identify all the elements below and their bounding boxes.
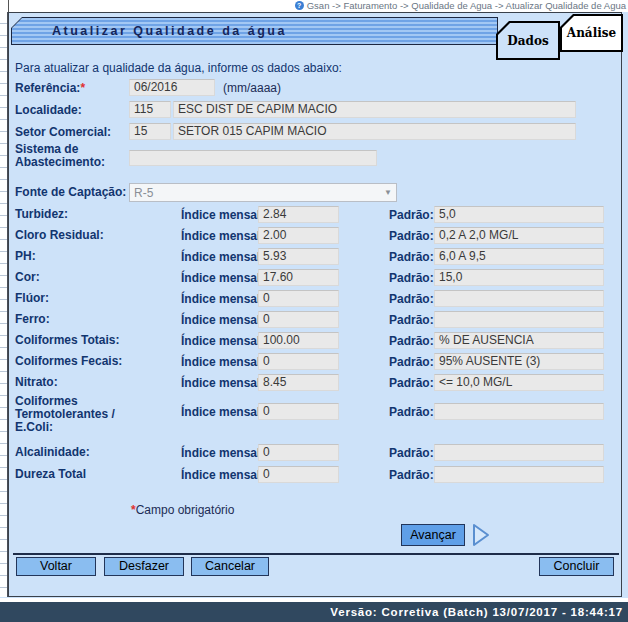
index-value-field: 5.93 [258, 248, 339, 265]
required-field-note: *Campo obrigatório [131, 503, 234, 517]
title-bar-stripes: Atualizar Qualidade da água [12, 18, 497, 44]
parameter-row: PH: Índice mensal: 5.93 Padrão: 6,0 A 9,… [9, 248, 621, 269]
parameter-label: Cloro Residual: [15, 229, 177, 242]
sector-code-input: 15 [129, 123, 171, 140]
standard-value-field: 15,0 [434, 269, 604, 286]
standard-label: Padrão: [389, 405, 434, 419]
finish-button[interactable]: Concluir [539, 557, 614, 576]
index-label: Índice mensal: [181, 334, 264, 348]
capture-source-label: Fonte de Captação: [15, 185, 126, 199]
main-window: Atualizar Qualidade da água Análise Dado… [8, 12, 622, 597]
required-asterisk: * [80, 81, 85, 95]
cancel-button[interactable]: Cancelar [191, 557, 269, 576]
sector-label: Setor Comercial: [15, 125, 111, 139]
locality-name-field: ESC DIST DE CAPIM MACIO [173, 101, 576, 118]
parameter-row: Alcalinidade: Índice mensal: 0 Padrão: [9, 444, 621, 465]
standard-value-field [434, 444, 604, 461]
index-value-field: 0 [258, 290, 339, 307]
standard-value-field: % DE AUSENCIA [434, 332, 604, 349]
help-icon[interactable]: ? [295, 1, 304, 10]
index-label: Índice mensal: [181, 468, 264, 482]
frame-corner-line [8, 0, 9, 12]
parameter-label: Coliformes Termotolerantes / E.Coli: [15, 395, 145, 434]
capture-source-value: R-5 [134, 186, 153, 200]
reference-format-hint: (mm/aaaa) [223, 81, 281, 95]
back-button[interactable]: Voltar [16, 557, 96, 576]
index-value-field: 0 [258, 444, 339, 461]
standard-value-field [434, 403, 604, 420]
button-divider [13, 553, 619, 555]
parameter-label: Turbidez: [15, 208, 177, 221]
index-value-field: 0 [258, 403, 339, 420]
parameter-label: Coliformes Fecais: [15, 355, 177, 368]
advance-arrow-icon[interactable] [471, 523, 491, 547]
standard-value-field [434, 466, 604, 483]
parameter-row: Cloro Residual: Índice mensal: 2.00 Padr… [9, 227, 621, 248]
version-footer: Versão: Corretiva (Batch) 13/07/2017 - 1… [0, 602, 628, 622]
locality-label: Localidade: [15, 103, 82, 117]
index-label: Índice mensal: [181, 208, 264, 222]
standard-label: Padrão: [389, 313, 434, 327]
standard-label: Padrão: [389, 376, 434, 390]
standard-value-field: <= 10,0 MG/L [434, 374, 604, 391]
parameter-row: Coliformes Termotolerantes / E.Coli: Índ… [9, 403, 621, 424]
standard-value-field: 6,0 A 9,5 [434, 248, 604, 265]
parameter-label: Cor: [15, 271, 177, 284]
index-label: Índice mensal: [181, 292, 264, 306]
page-title: Atualizar Qualidade da água [12, 24, 287, 38]
index-label: Índice mensal: [181, 229, 264, 243]
parameter-row: Nitrato: Índice mensal: 8.45 Padrão: <= … [9, 374, 621, 395]
locality-code-input: 115 [129, 101, 171, 118]
index-label: Índice mensal: [181, 271, 264, 285]
index-label: Índice mensal: [181, 313, 264, 327]
parameter-row: Cor: Índice mensal: 17.60 Padrão: 15,0 [9, 269, 621, 290]
reference-label: Referência:* [15, 81, 85, 95]
index-label: Índice mensal: [181, 376, 264, 390]
tab-dados-label: Dados [498, 23, 558, 58]
standard-label: Padrão: [389, 208, 434, 222]
index-value-field: 17.60 [258, 269, 339, 286]
index-value-field: 0 [258, 311, 339, 328]
sector-name-field: SETOR 015 CAPIM MACIO [173, 123, 576, 140]
tab-dados[interactable]: Dados [496, 21, 560, 60]
standard-value-field: 0,2 A 2,0 MG/L [434, 227, 604, 244]
index-value-field: 2.84 [258, 206, 339, 223]
index-value-field: 100.00 [258, 332, 339, 349]
standard-value-field: 95% AUSENTE (3) [434, 353, 604, 370]
parameter-label: Flúor: [15, 292, 177, 305]
index-value-field: 8.45 [258, 374, 339, 391]
standard-label: Padrão: [389, 271, 434, 285]
parameter-row: Ferro: Índice mensal: 0 Padrão: [9, 311, 621, 332]
index-value-field: 2.00 [258, 227, 339, 244]
reference-input: 06/2016 [129, 79, 215, 96]
parameter-row: Coliformes Fecais: Índice mensal: 0 Padr… [9, 353, 621, 374]
supply-system-label: Sistema de Abastecimento: [15, 143, 127, 169]
supply-system-field [129, 150, 377, 166]
form-instruction: Para atualizar a qualidade da água, info… [15, 61, 342, 75]
parameter-row: Turbidez: Índice mensal: 2.84 Padrão: 5,… [9, 206, 621, 227]
standard-label: Padrão: [389, 229, 434, 243]
index-label: Índice mensal: [181, 405, 264, 419]
parameter-label: Ferro: [15, 313, 177, 326]
parameter-row: Flúor: Índice mensal: 0 Padrão: [9, 290, 621, 311]
tab-analise-label: Análise [562, 16, 621, 50]
standard-value-field [434, 290, 604, 307]
parameter-label: Alcalinidade: [15, 446, 177, 459]
parameter-row: Coliformes Totais: Índice mensal: 100.00… [9, 332, 621, 353]
index-label: Índice mensal: [181, 446, 264, 460]
parameter-label: Coliformes Totais: [15, 334, 177, 347]
chevron-down-icon: ▼ [384, 188, 392, 197]
standard-label: Padrão: [389, 355, 434, 369]
advance-button[interactable]: Avançar [401, 524, 465, 546]
parameter-label: Dureza Total [15, 468, 177, 481]
parameter-label: Nitrato: [15, 376, 177, 389]
standard-label: Padrão: [389, 292, 434, 306]
parameter-row: Dureza Total Índice mensal: 0 Padrão: [9, 466, 621, 487]
standard-value-field: 5,0 [434, 206, 604, 223]
index-label: Índice mensal: [181, 355, 264, 369]
parameter-label: PH: [15, 250, 177, 263]
capture-source-select[interactable]: R-5 ▼ [129, 183, 397, 202]
undo-button[interactable]: Desfazer [104, 557, 184, 576]
breadcrumb-path: Gsan -> Faturamento -> Qualidade de Agua… [307, 0, 626, 11]
tab-analise[interactable]: Análise [560, 14, 623, 52]
